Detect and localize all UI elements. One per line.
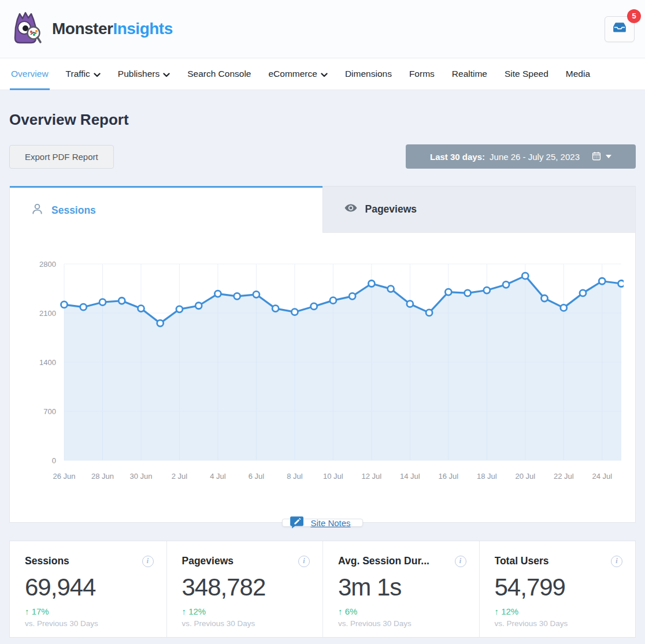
svg-text:1400: 1400 xyxy=(39,358,56,367)
app-header: MonsterInsights 5 xyxy=(0,0,645,58)
svg-text:0: 0 xyxy=(52,456,56,465)
svg-text:6 Jul: 6 Jul xyxy=(249,472,265,481)
stat-change-pct: 6% xyxy=(345,606,358,616)
nav-item-dimensions[interactable]: Dimensions xyxy=(336,58,401,90)
stat-value: 3m 1s xyxy=(338,574,466,601)
stat-card-avg-session-dur: Avg. Session Dur...i3m 1s↑ 6%vs. Previou… xyxy=(322,541,479,637)
svg-text:8 Jul: 8 Jul xyxy=(287,472,303,481)
nav-item-label: Dimensions xyxy=(345,69,392,79)
stat-card-sessions: Sessionsi69,944↑ 17%vs. Previous 30 Days xyxy=(10,541,166,637)
date-range-value: June 26 - July 25, 2023 xyxy=(490,152,580,162)
stat-change-pct: 12% xyxy=(501,606,518,616)
svg-text:16 Jul: 16 Jul xyxy=(438,472,458,481)
info-icon[interactable]: i xyxy=(455,556,466,567)
nav-item-realtime[interactable]: Realtime xyxy=(443,58,496,90)
person-icon xyxy=(31,202,44,218)
svg-text:12 Jul: 12 Jul xyxy=(362,472,382,481)
stat-card-pageviews: Pageviewsi348,782↑ 12%vs. Previous 30 Da… xyxy=(166,541,323,637)
brand-insights: Insights xyxy=(113,20,172,38)
notifications-button[interactable]: 5 xyxy=(605,16,635,42)
svg-text:2800: 2800 xyxy=(39,260,56,269)
svg-text:4 Jul: 4 Jul xyxy=(210,472,226,481)
stat-title: Total Users xyxy=(495,555,549,567)
stat-value: 54,799 xyxy=(495,574,623,601)
page-title: Overview Report xyxy=(9,90,636,129)
up-arrow-icon: ↑ xyxy=(182,606,187,616)
tab-pageviews[interactable]: Pageviews xyxy=(322,186,636,233)
up-arrow-icon: ↑ xyxy=(338,606,343,616)
stats-row: Sessionsi69,944↑ 17%vs. Previous 30 Days… xyxy=(9,541,636,638)
up-arrow-icon: ↑ xyxy=(495,606,499,616)
report-nav: OverviewTrafficPublishersSearch Consolee… xyxy=(0,58,645,90)
brand-monster: Monster xyxy=(52,20,113,38)
nav-item-overview[interactable]: Overview xyxy=(2,58,57,90)
nav-item-search-console[interactable]: Search Console xyxy=(179,58,260,90)
chevron-down-icon xyxy=(94,69,101,80)
tab-sessions[interactable]: Sessions xyxy=(10,186,322,233)
toolbar: Export PDF Report Last 30 days: June 26 … xyxy=(9,144,636,169)
caret-down-icon xyxy=(606,155,611,158)
notification-count-badge: 5 xyxy=(627,9,641,23)
nav-item-label: eCommerce xyxy=(268,69,317,79)
nav-item-media[interactable]: Media xyxy=(557,58,599,90)
chevron-down-icon xyxy=(163,69,170,80)
export-pdf-button[interactable]: Export PDF Report xyxy=(9,145,114,169)
nav-item-label: Forms xyxy=(409,69,435,79)
stat-title: Avg. Session Dur... xyxy=(338,555,429,567)
sessions-line-chart[interactable]: 070014002100280026 Jun28 Jun30 Jun2 Jul4… xyxy=(25,248,624,507)
tab-sessions-label: Sessions xyxy=(51,204,96,217)
nav-item-publishers[interactable]: Publishers xyxy=(109,58,179,90)
svg-text:2100: 2100 xyxy=(39,309,56,318)
nav-item-label: Search Console xyxy=(187,69,251,79)
stat-change-pct: 17% xyxy=(32,606,49,616)
nav-item-label: Realtime xyxy=(452,69,487,79)
stat-change: ↑ 17% xyxy=(25,606,154,616)
brand: MonsterInsights xyxy=(10,10,173,47)
site-notes-button[interactable]: Site Notes xyxy=(282,519,362,527)
chart-tabs: Sessions Pageviews xyxy=(10,186,635,233)
eye-icon xyxy=(344,201,358,218)
stat-title: Pageviews xyxy=(182,555,234,567)
chevron-down-icon xyxy=(321,69,328,80)
nav-item-forms[interactable]: Forms xyxy=(401,58,443,90)
nav-item-traffic[interactable]: Traffic xyxy=(57,58,109,90)
stat-card-total-users: Total Usersi54,799↑ 12%vs. Previous 30 D… xyxy=(479,541,636,637)
stat-change: ↑ 6% xyxy=(338,606,466,616)
svg-text:26 Jun: 26 Jun xyxy=(53,472,75,481)
svg-text:18 Jul: 18 Jul xyxy=(477,472,497,481)
stat-compare: vs. Previous 30 Days xyxy=(25,619,154,628)
traffic-chart-card: Sessions Pageviews 070014002100280026 Ju… xyxy=(9,186,636,523)
site-notes-label: Site Notes xyxy=(310,518,350,528)
date-range-label: Last 30 days: xyxy=(430,152,485,162)
date-range-button[interactable]: Last 30 days: June 26 - July 25, 2023 xyxy=(406,144,636,169)
stat-value: 348,782 xyxy=(182,574,310,601)
svg-text:700: 700 xyxy=(43,407,56,416)
stat-title: Sessions xyxy=(25,555,69,567)
nav-item-label: Overview xyxy=(11,69,49,79)
stat-value: 69,944 xyxy=(25,574,154,601)
svg-text:10 Jul: 10 Jul xyxy=(323,472,343,481)
info-icon[interactable]: i xyxy=(611,556,622,567)
nav-item-label: Media xyxy=(566,69,590,79)
info-icon[interactable]: i xyxy=(298,556,310,567)
nav-item-label: Site Speed xyxy=(505,69,548,79)
svg-text:2 Jul: 2 Jul xyxy=(172,472,188,481)
stat-change: ↑ 12% xyxy=(182,606,310,616)
stat-change: ↑ 12% xyxy=(495,606,623,616)
stat-change-pct: 12% xyxy=(188,606,206,616)
svg-text:24 Jul: 24 Jul xyxy=(592,472,612,481)
note-pencil-icon xyxy=(288,514,304,532)
nav-item-label: Traffic xyxy=(66,69,90,79)
nav-item-site-speed[interactable]: Site Speed xyxy=(496,58,557,90)
stat-compare: vs. Previous 30 Days xyxy=(182,619,310,628)
info-icon[interactable]: i xyxy=(142,556,154,567)
nav-item-label: Publishers xyxy=(118,69,160,79)
calendar-icon xyxy=(591,151,602,163)
tab-pageviews-label: Pageviews xyxy=(365,203,417,215)
nav-item-ecommerce[interactable]: eCommerce xyxy=(260,58,336,90)
svg-text:28 Jun: 28 Jun xyxy=(91,472,114,481)
up-arrow-icon: ↑ xyxy=(25,606,29,616)
svg-text:30 Jun: 30 Jun xyxy=(129,472,152,481)
stat-compare: vs. Previous 30 Days xyxy=(495,619,623,628)
svg-text:14 Jul: 14 Jul xyxy=(400,472,420,481)
